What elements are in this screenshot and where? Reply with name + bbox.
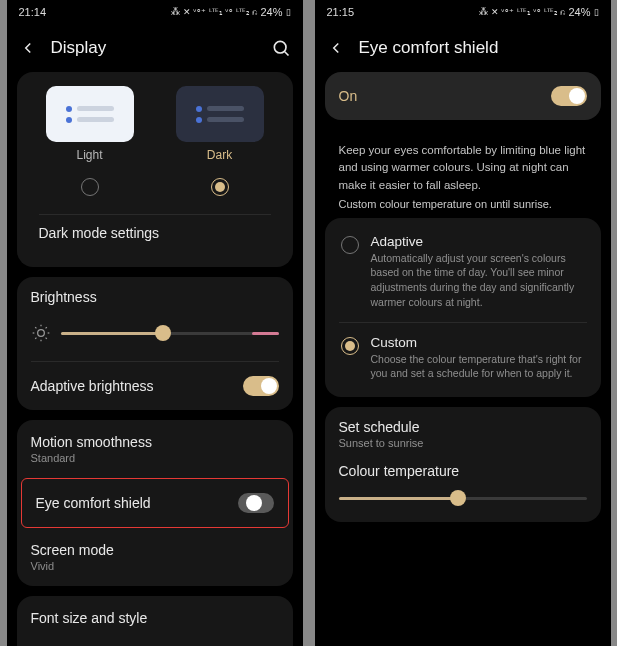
svg-point-0: [274, 41, 286, 53]
on-toggle-row[interactable]: On: [325, 72, 601, 120]
theme-selector-card: Light Dark Dark mode set: [17, 72, 293, 267]
theme-option-light[interactable]: Light: [25, 86, 155, 162]
back-icon[interactable]: [19, 39, 37, 57]
radio-light[interactable]: [81, 178, 99, 196]
brightness-card: Brightness Adaptive brightness: [17, 277, 293, 410]
page-title: Eye comfort shield: [359, 38, 599, 58]
battery-icon: ▯: [594, 7, 599, 17]
light-theme-thumb: [46, 86, 134, 142]
search-icon[interactable]: [271, 38, 291, 58]
status-time: 21:14: [19, 6, 47, 18]
radio-adaptive[interactable]: [341, 236, 359, 254]
display-settings-screen: 21:14 ⁂ ✕ ᵛᵒ⁺ ᴸᵀᴱ₁ ᵛᵒ ᴸᵀᴱ₂ ⎌ 24% ▯ Displ…: [7, 0, 303, 646]
svg-line-1: [284, 52, 288, 56]
brightness-slider[interactable]: [61, 332, 279, 335]
schedule-temperature-card: Set schedule Sunset to sunrise Colour te…: [325, 407, 601, 522]
brightness-label: Brightness: [31, 289, 279, 305]
display-options-card: Motion smoothness Standard Eye comfort s…: [17, 420, 293, 586]
option-adaptive[interactable]: Adaptive Automatically adjust your scree…: [325, 222, 601, 322]
svg-line-10: [45, 327, 46, 328]
light-label: Light: [25, 148, 155, 162]
svg-line-9: [35, 338, 36, 339]
colour-temperature-slider[interactable]: [339, 497, 587, 500]
on-toggle-card: On: [325, 72, 601, 120]
mode-options-card: Adaptive Automatically adjust your scree…: [325, 218, 601, 397]
motion-smoothness-row[interactable]: Motion smoothness Standard: [17, 420, 293, 478]
dark-mode-settings-row[interactable]: Dark mode settings: [25, 215, 285, 251]
eye-comfort-on-toggle[interactable]: [551, 86, 587, 106]
option-custom[interactable]: Custom Choose the colour temperature tha…: [325, 323, 601, 393]
set-schedule-row[interactable]: Set schedule Sunset to sunrise: [339, 419, 587, 449]
svg-line-8: [45, 338, 46, 339]
eye-comfort-screen: 21:15 ⁂ ✕ ᵛᵒ⁺ ᴸᵀᴱ₁ ᵛᵒ ᴸᵀᴱ₂ ⎌ 24% ▯ Eye c…: [315, 0, 611, 646]
adaptive-brightness-row[interactable]: Adaptive brightness: [17, 362, 293, 410]
eye-comfort-shield-row[interactable]: Eye comfort shield: [22, 479, 288, 527]
battery-icon: ▯: [286, 7, 291, 17]
screen-mode-row[interactable]: Screen mode Vivid: [17, 528, 293, 586]
status-time: 21:15: [327, 6, 355, 18]
status-bar: 21:14 ⁂ ✕ ᵛᵒ⁺ ᴸᵀᴱ₁ ᵛᵒ ᴸᵀᴱ₂ ⎌ 24% ▯: [7, 0, 303, 24]
back-icon[interactable]: [327, 39, 345, 57]
radio-custom[interactable]: [341, 337, 359, 355]
app-bar: Display: [7, 24, 303, 72]
app-bar: Eye comfort shield: [315, 24, 611, 72]
status-bar: 21:15 ⁂ ✕ ᵛᵒ⁺ ᴸᵀᴱ₁ ᵛᵒ ᴸᵀᴱ₂ ⎌ 24% ▯: [315, 0, 611, 24]
status-indicators: ⁂ ✕ ᵛᵒ⁺ ᴸᵀᴱ₁ ᵛᵒ ᴸᵀᴱ₂ ⎌ 24% ▯: [479, 6, 598, 18]
dark-label: Dark: [155, 148, 285, 162]
brightness-icon: [31, 323, 51, 343]
eye-comfort-toggle[interactable]: [238, 493, 274, 513]
adaptive-brightness-toggle[interactable]: [243, 376, 279, 396]
svg-line-7: [35, 327, 36, 328]
colour-temperature-label: Colour temperature: [339, 463, 587, 479]
page-title: Display: [51, 38, 257, 58]
status-indicators: ⁂ ✕ ᵛᵒ⁺ ᴸᵀᴱ₁ ᵛᵒ ᴸᵀᴱ₂ ⎌ 24% ▯: [171, 6, 290, 18]
radio-dark[interactable]: [211, 178, 229, 196]
text-options-card: Font size and style Screen zoom: [17, 596, 293, 646]
theme-option-dark[interactable]: Dark: [155, 86, 285, 162]
screen-zoom-row[interactable]: Screen zoom: [17, 640, 293, 646]
font-size-row[interactable]: Font size and style: [17, 596, 293, 640]
description-text: Keep your eyes comfortable by limiting b…: [325, 130, 601, 198]
svg-point-2: [37, 330, 44, 337]
dark-theme-thumb: [176, 86, 264, 142]
custom-on-until-text: Custom colour temperature on until sunri…: [325, 198, 601, 218]
